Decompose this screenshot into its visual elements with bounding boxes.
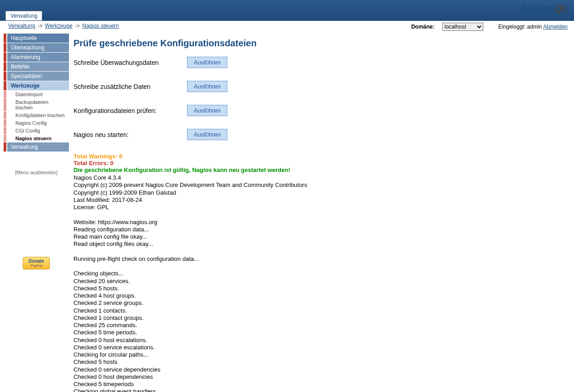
nav-admin[interactable]: Verwaltung: [4, 142, 69, 152]
nagios-output: Nagios Core 4.3.4 Copyright (c) 2009-pre…: [74, 174, 565, 392]
action-label: Konfigurationsdateien prüfen:: [74, 107, 187, 114]
action-check-config: Konfigurationsdateien prüfen: Ausführen: [74, 105, 565, 116]
domain-label: Domäne:: [411, 24, 434, 30]
login-info: Eingeloggt: admin: [498, 24, 542, 30]
total-errors: Total Errors: 0: [74, 160, 565, 167]
breadcrumb-link-3[interactable]: Nagios steuern: [82, 23, 119, 29]
breadcrumb: Verwaltung -> Werkzeuge -> Nagios steuer…: [8, 23, 119, 29]
nav-sub-delconfig[interactable]: Konfigdateien löschen: [4, 112, 69, 119]
hide-menu-link[interactable]: [Menu ausblenden]: [4, 170, 69, 175]
header-right: Domäne: localhost Eingeloggt: admin Abme…: [411, 23, 568, 31]
breadcrumb-sep: ->: [38, 23, 43, 29]
nav-sub-delbackup[interactable]: Backupdateien löschen: [4, 98, 69, 111]
nav-sub-control[interactable]: Nagios steuern: [4, 135, 69, 142]
nav-sub-nagioscfg[interactable]: Nagios Config: [4, 119, 69, 127]
success-message: Die geschriebene Konfiguration ist gülti…: [74, 167, 565, 173]
execute-button[interactable]: Ausführen: [187, 57, 227, 68]
execute-button[interactable]: Ausführen: [187, 105, 227, 116]
logo: NagiosQL: [521, 3, 569, 15]
nav-sub-cgicfg[interactable]: CGI Config: [4, 127, 69, 134]
execute-button[interactable]: Ausführen: [187, 81, 227, 92]
nav-monitoring[interactable]: Überwachung: [4, 43, 69, 52]
nav-main[interactable]: Hauptseite: [4, 34, 69, 43]
donate-button[interactable]: DonatePayPal: [23, 257, 50, 270]
content: Prüfe geschriebene Konfigurationsdateien…: [69, 32, 574, 392]
action-label: Schreibe zusätzliche Daten: [74, 83, 187, 90]
breadcrumb-sep: ->: [75, 23, 80, 29]
logout-link[interactable]: Abmelden: [543, 24, 568, 30]
domain-select[interactable]: localhost: [442, 23, 483, 31]
total-warnings: Total Warnings: 0: [74, 153, 565, 160]
info-row: Verwaltung -> Werkzeuge -> Nagios steuer…: [0, 21, 574, 32]
donate-area: DonatePayPal: [4, 257, 69, 270]
nav-commands[interactable]: Befehle: [4, 62, 69, 71]
nav-tools[interactable]: Werkzeuge: [4, 81, 69, 90]
execute-button[interactable]: Ausführen: [187, 129, 227, 140]
page-title: Prüfe geschriebene Konfigurationsdateien: [74, 38, 565, 49]
action-restart-nagios: Nagios neu starten: Ausführen: [74, 129, 565, 140]
nav-specials[interactable]: Spezialitäten: [4, 72, 69, 81]
breadcrumb-link-1[interactable]: Verwaltung: [8, 23, 35, 29]
top-bar: Verwaltung NagiosQL: [0, 0, 574, 21]
sidebar: Hauptseite Überwachung Alarmierung Befeh…: [0, 32, 69, 270]
nav-alarming[interactable]: Alarmierung: [4, 53, 69, 62]
tab-verwaltung[interactable]: Verwaltung: [5, 11, 42, 20]
action-label: Schreibe Überwachungsdaten: [74, 59, 187, 66]
action-write-additional: Schreibe zusätzliche Daten Ausführen: [74, 81, 565, 92]
breadcrumb-link-2[interactable]: Werkzeuge: [45, 23, 72, 29]
action-label: Nagios neu starten:: [74, 131, 187, 138]
nav-sub-import[interactable]: Datenimport: [4, 91, 69, 98]
action-write-monitoring: Schreibe Überwachungsdaten Ausführen: [74, 57, 565, 68]
